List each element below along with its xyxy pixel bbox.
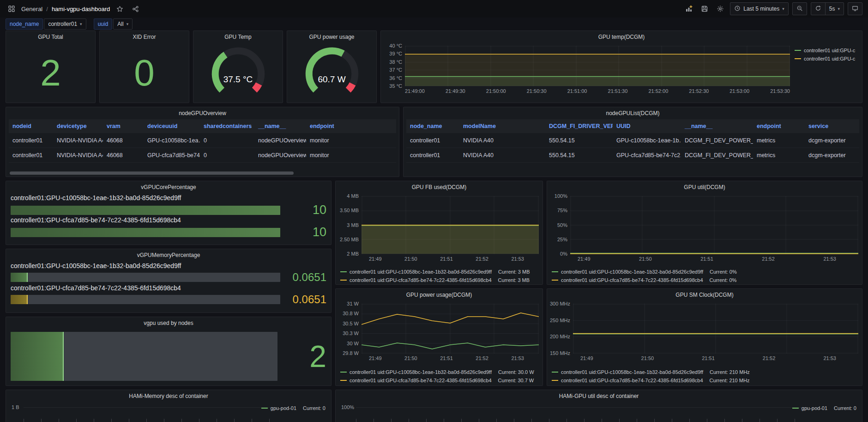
column-header[interactable]: nodeid: [9, 123, 53, 129]
series-swatch: [795, 58, 801, 59]
series-name: controller01 uid:GPU-cfca7d85-be74-7c22-…: [350, 378, 492, 383]
settings-gear-icon[interactable]: [714, 3, 726, 14]
gauge: [287, 44, 376, 96]
divider: [825, 3, 826, 15]
y-axis: 40 °C39 °C 38 °C37 °C 36 °C35 °C: [384, 43, 402, 89]
series-current: Current: 0: [303, 405, 326, 411]
column-header[interactable]: UUID: [613, 123, 681, 129]
plot-area: [405, 46, 790, 86]
panel-gpu-power-dcgm: GPU power usage(DCGM) 31 W30.8 W 30.5 W3…: [335, 288, 543, 386]
chevron-down-icon: ▾: [80, 22, 82, 26]
panel-hami-memory-desc: HAMi-Memory desc of container 1 B gpu-po…: [6, 390, 332, 422]
apps-grid-icon[interactable]: [6, 3, 18, 14]
table-cell: nodeGPUOverview: [254, 152, 306, 159]
plot-area: [570, 196, 858, 254]
add-panel-icon[interactable]: [683, 3, 695, 14]
column-header[interactable]: DCGM_FI_DRIVER_VERSIO: [545, 123, 613, 129]
table: node_name modelName DCGM_FI_DRIVER_VERSI…: [406, 119, 859, 163]
column-header[interactable]: deviceuuid: [144, 123, 200, 129]
bar-gauge-fill: [11, 332, 64, 381]
bar-gauge-value: 0.0651: [287, 271, 326, 284]
column-header[interactable]: devicetype: [53, 123, 103, 129]
legend-item[interactable]: gpu-pod-01 Current: 0: [261, 404, 326, 411]
table-cell: NVIDIA A40: [459, 137, 545, 144]
save-dashboard-icon[interactable]: [699, 3, 711, 14]
legend-item[interactable]: controller01 uid:GPU-c: [795, 55, 860, 62]
legend-item[interactable]: controller01 uid:GPU-c10058bc-1eae-1b32-…: [340, 268, 539, 275]
table-cell: 550.54.15: [545, 137, 613, 144]
panel-title[interactable]: GPU power usage(DCGM): [336, 289, 542, 301]
panel-title[interactable]: vGPUMemoryPercentage: [6, 249, 331, 261]
column-header[interactable]: endpoint: [306, 123, 348, 129]
gridline: [356, 407, 803, 408]
legend-item[interactable]: controller01 uid:GPU-cfca7d85-be74-7c22-…: [552, 276, 858, 283]
refresh-interval-label: 5s: [829, 6, 835, 12]
table-header-row: node_name modelName DCGM_FI_DRIVER_VERSI…: [406, 119, 859, 133]
panel-title[interactable]: vgpu used by nodes: [6, 317, 331, 329]
column-header[interactable]: node_name: [406, 123, 459, 129]
legend-item[interactable]: controller01 uid:GPU-c10058bc-1eae-1b32-…: [552, 268, 858, 275]
horizontal-scrollbar[interactable]: [10, 171, 294, 175]
series-swatch: [552, 380, 558, 381]
panel-title[interactable]: GPU temp(DCGM): [381, 31, 862, 43]
table-header-row: nodeid devicetype vram deviceuuid shared…: [9, 119, 396, 133]
panel-title[interactable]: HAMi-GPU util desc of container: [336, 390, 862, 402]
panel-gpu-fb-used: GPU FB used(DCGM) 4 MB3.50 MB 3 MB2.50 M…: [335, 181, 543, 285]
column-header[interactable]: __name__: [681, 123, 753, 129]
legend-item[interactable]: controller01 uid:GPU-c10058bc-1eae-1b32-…: [340, 368, 539, 375]
panel-title[interactable]: GPU power usage: [287, 31, 376, 43]
column-header[interactable]: endpoint: [753, 123, 805, 129]
x-axis: 21:4921:50 21:5121:52 21:53: [578, 256, 836, 262]
series-name: controller01 uid:GPU-c10058bc-1eae-1b32-…: [561, 369, 703, 375]
dashboard-title[interactable]: hami-vgpu-dashboard: [52, 6, 110, 12]
legend-item[interactable]: controller01 uid:GPU-cfca7d85-be74-7c22-…: [552, 377, 858, 384]
bar-gauge-value: 0.0651: [287, 293, 326, 306]
legend-item[interactable]: controller01 uid:GPU-cfca7d85-be74-7c22-…: [340, 276, 539, 283]
column-header[interactable]: modelName: [459, 123, 545, 129]
panel-title[interactable]: GPU FB used(DCGM): [336, 181, 542, 193]
chevron-down-icon: ▾: [127, 22, 129, 26]
legend-item[interactable]: controller01 uid:GPU-c: [795, 47, 860, 54]
column-header[interactable]: sharedcontainers: [200, 123, 254, 129]
panel-title[interactable]: nodeGPUOverview: [6, 107, 399, 119]
series-name: controller01 uid:GPU-c10058bc-1eae-1b32-…: [561, 269, 703, 275]
panel-title[interactable]: GPU Total: [6, 31, 95, 43]
variable-dropdown-node-name[interactable]: controller01 ▾: [44, 18, 86, 30]
legend-item[interactable]: controller01 uid:GPU-cfca7d85-be74-7c22-…: [340, 377, 539, 384]
table-cell: DCGM_FI_DEV_POWER_…: [681, 137, 753, 144]
panel-title[interactable]: HAMi-Memory desc of container: [6, 390, 331, 402]
time-range-picker[interactable]: Last 5 minutes ▾: [730, 2, 789, 15]
zoom-out-button[interactable]: [792, 2, 807, 15]
variable-value: controller01: [48, 21, 77, 27]
legend: controller01 uid:GPU-c10058bc-1eae-1b32-…: [552, 368, 858, 384]
legend: controller01 uid:GPU-c10058bc-1eae-1b32-…: [552, 268, 858, 283]
series-swatch: [261, 408, 268, 409]
panel-title[interactable]: vGPUCorePercentage: [6, 181, 331, 193]
panel-title[interactable]: GPU SM Clock(DCGM): [547, 289, 862, 301]
panel-title[interactable]: GPU util(DCGM): [547, 181, 862, 193]
panel-title[interactable]: nodeGPUList(DCGM): [404, 107, 862, 119]
table-cell: monitor: [306, 137, 348, 144]
table-cell: dcgm-exporter: [805, 152, 858, 159]
kiosk-mode-button[interactable]: [848, 2, 862, 15]
legend-item[interactable]: controller01 uid:GPU-c10058bc-1eae-1b32-…: [552, 368, 858, 375]
clock-icon: [734, 5, 741, 13]
variable-dropdown-uuid[interactable]: All ▾: [113, 18, 133, 30]
refresh-button-group[interactable]: 5s ▾: [811, 2, 844, 15]
share-icon[interactable]: [129, 3, 141, 14]
breadcrumb-section[interactable]: General: [21, 6, 42, 12]
series-swatch: [552, 280, 558, 281]
panel-title[interactable]: XID Error: [100, 31, 189, 43]
series-swatch: [340, 372, 347, 373]
column-header[interactable]: __name__: [254, 123, 306, 129]
bar-gauge-label: controller01:GPU-c10058bc-1eae-1b32-ba0d…: [11, 262, 326, 269]
column-header[interactable]: vram: [103, 123, 144, 129]
panel-title[interactable]: GPU Temp: [193, 31, 283, 43]
table-cell: controller01: [9, 152, 53, 159]
column-header[interactable]: service: [805, 123, 858, 129]
series-name: controller01 uid:GPU-cfca7d85-be74-7c22-…: [561, 378, 703, 383]
series-name: controller01 uid:GPU-c10058bc-1eae-1b32-…: [350, 369, 492, 375]
x-axis: 21:49:0021:49:30 21:50:0021:50:30 21:51:…: [405, 88, 790, 94]
star-icon[interactable]: [114, 3, 126, 14]
legend-item[interactable]: gpu-pod-01 Current: 0: [792, 404, 856, 411]
